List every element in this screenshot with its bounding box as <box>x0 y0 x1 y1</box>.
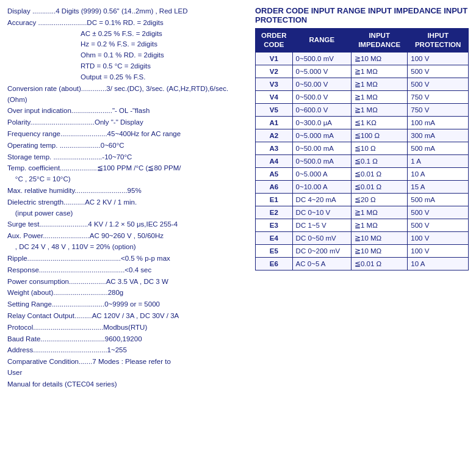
table-cell-6-3: 300 mA <box>408 129 469 142</box>
spec-temp-coeff: Temp. coefficient...................≦100… <box>7 163 245 185</box>
table-row: E6AC 0~5 A≦0.01 Ω10 A <box>256 257 469 270</box>
table-row: A50~5.000 A≦0.01 Ω10 A <box>256 167 469 180</box>
table-cell-15-2: ≧10 MΩ <box>352 244 408 257</box>
table-cell-11-1: DC 4~20 mA <box>292 193 351 206</box>
spec-accuracy-main: Accuracy .........................DC = 0… <box>7 19 164 26</box>
table-cell-13-3: 500 V <box>408 219 469 231</box>
table-cell-14-2: ≧10 MΩ <box>352 231 408 244</box>
value-display: 4 Digits (9999) 0.56" (14..2mm) , Red LE… <box>56 7 187 15</box>
spec-ripple: Ripple..................................… <box>7 253 245 264</box>
table-cell-4-3: 750 V <box>408 103 469 116</box>
table-cell-7-0: A3 <box>256 142 293 154</box>
table-cell-9-3: 10 A <box>408 167 469 180</box>
spec-response: Response................................… <box>7 265 245 276</box>
table-cell-0-2: ≧10 MΩ <box>352 52 408 65</box>
table-row: E2DC 0~10 V≧1 MΩ500 V <box>256 206 469 219</box>
table-cell-4-1: 0~600.0 V <box>292 103 351 116</box>
table-cell-16-0: E6 <box>256 257 293 270</box>
table-cell-8-1: 0~500.0 mA <box>292 154 351 167</box>
table-cell-7-1: 0~50.00 mA <box>292 142 351 154</box>
table-cell-1-0: V2 <box>256 65 293 78</box>
table-cell-9-0: A5 <box>256 167 293 180</box>
table-cell-14-0: E4 <box>256 231 293 244</box>
table-cell-2-3: 500 V <box>408 78 469 90</box>
table-cell-0-3: 100 V <box>408 52 469 65</box>
table-cell-6-2: ≦100 Ω <box>352 129 408 142</box>
table-cell-2-1: 0~50.00 V <box>292 78 351 90</box>
table-cell-5-2: ≦1 KΩ <box>352 116 408 129</box>
table-cell-8-0: A4 <box>256 154 293 167</box>
accuracy-output: Output = 0.25 % F.S. <box>81 72 245 83</box>
table-row: E3DC 1~5 V≧1 MΩ500 V <box>256 219 469 231</box>
table-row: A60~10.00 A≦0.01 Ω15 A <box>256 180 469 193</box>
col-header-protection: IHPUTPROTECTION <box>408 29 469 53</box>
accuracy-ac: AC ± 0.25 % F.S. = 2digits <box>81 29 245 40</box>
table-row: V40~500.0 V≧1 MΩ750 V <box>256 90 469 103</box>
spec-manual: Manual for details (CTEC04 series) <box>7 379 245 390</box>
spec-overinput: Over input indication...................… <box>7 106 245 117</box>
table-cell-5-1: 0~300.0 μA <box>292 116 351 129</box>
table-cell-1-1: 0~5.000 V <box>292 65 351 78</box>
table-cell-11-2: ≦20 Ω <box>352 193 408 206</box>
table-cell-4-0: V5 <box>256 103 293 116</box>
spec-power: Power consumption...................AC 3… <box>7 277 245 288</box>
table-cell-2-2: ≧1 MΩ <box>352 78 408 90</box>
col-header-range: RANGE <box>292 29 351 53</box>
spec-auxpower: Aux. Power........................AC 90~… <box>7 231 245 253</box>
col-header-impedance: INPUTIMPEDANCE <box>352 29 408 53</box>
table-row: V30~50.00 V≧1 MΩ500 V <box>256 78 469 90</box>
spec-display-label: Display ............4 Digits (9999) 0.56… <box>7 7 188 15</box>
table-row: A20~5.000 mA≦100 Ω300 mA <box>256 129 469 142</box>
spec-storage: Storage temp. .........................-… <box>7 152 245 163</box>
table-cell-9-2: ≦0.01 Ω <box>352 167 408 180</box>
spec-relay: Relay Contact Output.........AC 120V / 3… <box>7 311 245 322</box>
table-cell-1-3: 500 V <box>408 65 469 78</box>
table-cell-9-1: 0~5.000 A <box>292 167 351 180</box>
table-cell-3-0: V4 <box>256 90 293 103</box>
spec-dielectric: Dielectric strength...........AC 2 KV / … <box>7 197 245 219</box>
table-cell-16-3: 10 A <box>408 257 469 270</box>
table-row: V20~5.000 V≧1 MΩ500 V <box>256 65 469 78</box>
table-cell-6-1: 0~5.000 mA <box>292 129 351 142</box>
table-cell-15-1: DC 0~200 mV <box>292 244 351 257</box>
spec-display: Display ............4 Digits (9999) 0.56… <box>7 6 245 17</box>
spec-baud: Baud Rate...............................… <box>7 334 245 345</box>
spec-surge: Surge test.........................4 KV … <box>7 219 245 230</box>
table-cell-15-3: 100 V <box>408 244 469 257</box>
spec-operating: Operating temp. .....................0~6… <box>7 140 245 151</box>
spec-weight: Weight (about)..........................… <box>7 288 245 299</box>
table-cell-1-2: ≧1 MΩ <box>352 65 408 78</box>
table-cell-11-0: E1 <box>256 193 293 206</box>
table-row: V50~600.0 V≧1 MΩ750 V <box>256 103 469 116</box>
spec-frequency: Frequency range........................4… <box>7 129 245 140</box>
table-cell-16-2: ≦0.01 Ω <box>352 257 408 270</box>
table-cell-12-0: E2 <box>256 206 293 219</box>
col-header-order-code: ORDERCODE <box>256 29 293 53</box>
table-cell-8-3: 1 A <box>408 154 469 167</box>
table-cell-12-3: 500 V <box>408 206 469 219</box>
accuracy-indent: AC ± 0.25 % F.S. = 2digits Hz = 0.2 % F.… <box>7 29 245 83</box>
accuracy-rtd: RTD = 0.5 °C = 2digits <box>81 61 245 72</box>
spec-humidity: Max. relative humidity..................… <box>7 186 245 197</box>
label-display: Display ............ <box>7 7 56 15</box>
table-row: E4DC 0~50 mV≧10 MΩ100 V <box>256 231 469 244</box>
table-header-row: ORDERCODE RANGE INPUTIMPEDANCE IHPUTPROT… <box>256 29 469 53</box>
table-cell-2-0: V3 <box>256 78 293 90</box>
table-cell-7-3: 500 mA <box>408 142 469 154</box>
table-cell-0-1: 0~500.0 mV <box>292 52 351 65</box>
table-cell-10-3: 15 A <box>408 180 469 193</box>
spec-protocol: Protocol................................… <box>7 322 245 333</box>
table-cell-5-0: A1 <box>256 116 293 129</box>
table-row: E1DC 4~20 mA≦20 Ω500 mA <box>256 193 469 206</box>
table-row: V10~500.0 mV≧10 MΩ100 V <box>256 52 469 65</box>
table-cell-14-3: 100 V <box>408 231 469 244</box>
spec-comparative: Comparative Condition.......7 Modes : Pl… <box>7 357 245 379</box>
table-cell-14-1: DC 0~50 mV <box>292 231 351 244</box>
order-table: ORDERCODE RANGE INPUTIMPEDANCE IHPUTPROT… <box>255 28 469 270</box>
table-cell-12-1: DC 0~10 V <box>292 206 351 219</box>
table-cell-5-3: 100 mA <box>408 116 469 129</box>
table-cell-3-2: ≧1 MΩ <box>352 90 408 103</box>
table-cell-15-0: E5 <box>256 244 293 257</box>
section-title: ORDER CODE INPUT RANGE INPUT IMPEDANCE I… <box>255 6 469 24</box>
table-cell-13-1: DC 1~5 V <box>292 219 351 231</box>
